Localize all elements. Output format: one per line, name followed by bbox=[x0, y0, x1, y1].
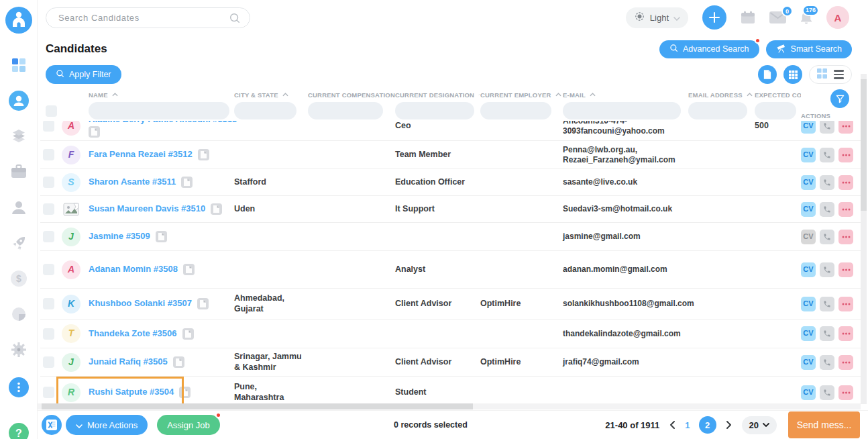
theme-toggle[interactable]: Light bbox=[626, 7, 688, 28]
resume-doc-icon[interactable] bbox=[181, 177, 193, 188]
phone-button[interactable] bbox=[820, 230, 834, 244]
apply-filter-button[interactable]: Apply Filter bbox=[46, 65, 121, 84]
candidate-name-link[interactable]: Rushi Satpute #3504 bbox=[89, 387, 174, 397]
rocket-icon[interactable] bbox=[9, 233, 29, 253]
page-1-button[interactable]: 1 bbox=[685, 420, 690, 430]
row-checkbox[interactable] bbox=[43, 264, 54, 275]
page-size-select[interactable]: 20 bbox=[742, 416, 777, 434]
briefcase-icon[interactable] bbox=[9, 162, 29, 182]
cv-button[interactable]: CV bbox=[801, 148, 816, 162]
row-checkbox[interactable] bbox=[43, 328, 54, 340]
row-checkbox[interactable] bbox=[43, 298, 54, 309]
vertical-scrollbar-thumb[interactable] bbox=[861, 79, 867, 211]
help-icon[interactable]: ? bbox=[9, 423, 29, 439]
row-more-button[interactable] bbox=[838, 121, 853, 134]
grid-view-button[interactable] bbox=[783, 65, 802, 84]
list-view-icon[interactable] bbox=[834, 70, 844, 79]
cv-button[interactable]: CV bbox=[801, 262, 816, 277]
row-more-button[interactable] bbox=[838, 262, 853, 277]
filter-designation-input[interactable] bbox=[395, 102, 474, 119]
row-more-button[interactable] bbox=[838, 202, 853, 217]
table-row[interactable]: Susan Maureen Davis #3510 Uden It Suppor… bbox=[40, 196, 861, 223]
notifications-button[interactable]: 176 bbox=[800, 11, 812, 25]
candidate-name-link[interactable]: Adanan Momin #3508 bbox=[89, 264, 178, 275]
filter-email-input[interactable] bbox=[563, 102, 681, 119]
filter-email-address-input[interactable] bbox=[688, 102, 747, 119]
candidate-name-link[interactable]: Fara Penna Rezaei #3512 bbox=[89, 149, 193, 160]
row-more-button[interactable] bbox=[838, 148, 853, 162]
user-icon[interactable] bbox=[9, 197, 29, 217]
cv-button[interactable]: CV bbox=[801, 230, 816, 244]
cv-button[interactable]: CV bbox=[801, 326, 816, 341]
resume-doc-icon[interactable] bbox=[182, 328, 194, 340]
filter-employer-input[interactable] bbox=[480, 102, 551, 119]
table-row[interactable]: A Aladine Berry Fathie Ahcouni #3513 Ceo… bbox=[40, 121, 861, 141]
table-row[interactable]: J Junaid Rafiq #3505 Srinagar, Jammu & K… bbox=[40, 348, 861, 377]
row-checkbox[interactable] bbox=[43, 231, 54, 242]
phone-button[interactable] bbox=[820, 121, 834, 134]
table-row[interactable]: F Fara Penna Rezaei #3512 Team Member Pe… bbox=[40, 141, 861, 169]
phone-button[interactable] bbox=[820, 202, 834, 217]
filter-name-input[interactable] bbox=[89, 102, 229, 119]
smart-search-button[interactable]: Smart Search bbox=[766, 40, 852, 58]
filter-city-input[interactable] bbox=[234, 102, 296, 119]
row-more-button[interactable] bbox=[838, 385, 853, 400]
billing-icon[interactable]: $ bbox=[9, 269, 29, 289]
candidate-name-link[interactable]: Khushboo Solanki #3507 bbox=[89, 298, 192, 309]
row-more-button[interactable] bbox=[838, 230, 853, 244]
row-checkbox[interactable] bbox=[43, 121, 54, 132]
resume-doc-icon[interactable] bbox=[183, 264, 195, 275]
export-excel-button[interactable] bbox=[42, 415, 62, 435]
candidate-name-link[interactable]: Aladine Berry Fathie Ahcouni #3513 bbox=[89, 121, 237, 125]
table-row[interactable]: A Adanan Momin #3508 Analyst adanan.momi… bbox=[40, 251, 861, 289]
row-more-button[interactable] bbox=[838, 297, 853, 311]
filter-compensation-input[interactable] bbox=[308, 102, 383, 119]
phone-button[interactable] bbox=[820, 262, 834, 277]
resume-doc-icon[interactable] bbox=[156, 231, 167, 242]
filter-funnel-button[interactable] bbox=[830, 89, 849, 108]
table-row[interactable]: R Rushi Satpute #3504 Pune, Maharashtra … bbox=[40, 377, 861, 403]
row-checkbox[interactable] bbox=[43, 387, 54, 398]
resume-doc-icon[interactable] bbox=[198, 149, 209, 160]
phone-button[interactable] bbox=[820, 148, 834, 162]
layers-icon[interactable] bbox=[9, 126, 29, 146]
phone-button[interactable] bbox=[820, 297, 834, 311]
candidate-name-link[interactable]: Sharon Asante #3511 bbox=[89, 177, 176, 187]
filter-expected-input[interactable] bbox=[755, 102, 796, 119]
search-input[interactable] bbox=[46, 7, 250, 28]
phone-button[interactable] bbox=[820, 355, 834, 370]
next-page-button[interactable] bbox=[725, 421, 733, 429]
app-logo-icon[interactable] bbox=[5, 7, 32, 36]
select-all-checkbox[interactable] bbox=[46, 105, 57, 117]
phone-button[interactable] bbox=[820, 326, 834, 341]
row-checkbox[interactable] bbox=[43, 177, 54, 188]
resume-doc-icon[interactable] bbox=[211, 203, 222, 215]
cv-button[interactable]: CV bbox=[801, 202, 816, 217]
candidate-name-link[interactable]: Susan Maureen Davis #3510 bbox=[89, 203, 205, 214]
cv-button[interactable]: CV bbox=[801, 121, 816, 134]
more-icon[interactable] bbox=[9, 377, 29, 397]
advanced-search-button[interactable]: Advanced Search bbox=[659, 40, 759, 58]
row-checkbox[interactable] bbox=[43, 203, 54, 215]
assign-job-button[interactable]: Assign Job bbox=[157, 415, 220, 435]
send-message-button[interactable]: Send mess... bbox=[788, 411, 860, 438]
more-actions-button[interactable]: More Actions bbox=[66, 415, 148, 435]
row-more-button[interactable] bbox=[838, 175, 853, 190]
horizontal-scrollbar-thumb[interactable] bbox=[42, 403, 473, 409]
row-checkbox[interactable] bbox=[43, 356, 54, 368]
user-avatar[interactable]: A bbox=[826, 6, 849, 29]
add-button[interactable] bbox=[702, 5, 726, 30]
resume-doc-icon[interactable] bbox=[89, 126, 100, 138]
resume-doc-icon[interactable] bbox=[173, 356, 184, 368]
row-more-button[interactable] bbox=[838, 326, 853, 341]
candidates-icon[interactable] bbox=[9, 91, 29, 111]
table-row[interactable]: J Jasmine #3509 jasmine@gmail.com CV bbox=[40, 223, 861, 251]
phone-button[interactable] bbox=[820, 175, 834, 190]
cv-button[interactable]: CV bbox=[801, 175, 816, 190]
table-row[interactable]: S Sharon Asante #3511 Stafford Education… bbox=[40, 169, 861, 196]
horizontal-scrollbar[interactable] bbox=[38, 403, 861, 409]
cv-button[interactable]: CV bbox=[801, 355, 816, 370]
export-document-button[interactable] bbox=[758, 65, 777, 84]
row-more-button[interactable] bbox=[838, 355, 853, 370]
cv-button[interactable]: CV bbox=[801, 297, 816, 311]
